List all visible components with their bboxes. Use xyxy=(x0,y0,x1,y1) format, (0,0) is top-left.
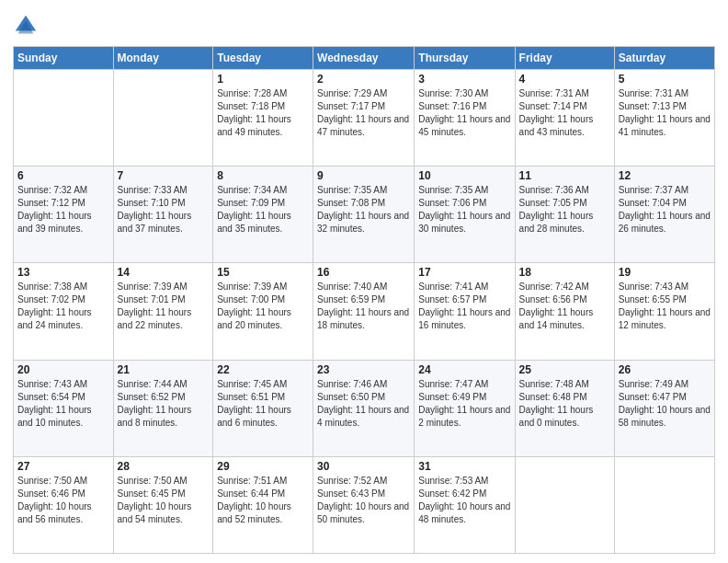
day-info: Sunrise: 7:52 AMSunset: 6:43 PMDaylight:… xyxy=(317,475,410,526)
logo-icon xyxy=(13,13,39,39)
day-number: 1 xyxy=(217,73,309,86)
calendar-cell: 12Sunrise: 7:37 AMSunset: 7:04 PMDayligh… xyxy=(614,167,714,263)
day-info: Sunrise: 7:28 AMSunset: 7:18 PMDaylight:… xyxy=(217,87,309,139)
day-info: Sunrise: 7:53 AMSunset: 6:42 PMDaylight:… xyxy=(418,475,510,526)
day-number: 16 xyxy=(317,266,410,279)
day-number: 5 xyxy=(619,73,711,86)
day-info: Sunrise: 7:44 AMSunset: 6:52 PMDaylight:… xyxy=(118,378,210,430)
calendar-cell xyxy=(113,70,213,167)
day-number: 29 xyxy=(217,460,309,473)
day-number: 27 xyxy=(17,460,109,473)
calendar-cell: 23Sunrise: 7:46 AMSunset: 6:50 PMDayligh… xyxy=(313,360,415,456)
day-number: 22 xyxy=(217,363,309,376)
day-info: Sunrise: 7:39 AMSunset: 7:00 PMDaylight:… xyxy=(217,281,309,332)
day-number: 26 xyxy=(619,363,711,376)
calendar-cell: 29Sunrise: 7:51 AMSunset: 6:44 PMDayligh… xyxy=(213,456,313,553)
day-info: Sunrise: 7:37 AMSunset: 7:04 PMDaylight:… xyxy=(619,184,711,236)
calendar-cell: 10Sunrise: 7:35 AMSunset: 7:06 PMDayligh… xyxy=(415,167,515,263)
calendar-cell: 4Sunrise: 7:31 AMSunset: 7:14 PMDaylight… xyxy=(515,70,614,167)
calendar-cell: 24Sunrise: 7:47 AMSunset: 6:49 PMDayligh… xyxy=(415,360,515,456)
day-number: 7 xyxy=(118,169,210,182)
day-info: Sunrise: 7:43 AMSunset: 6:55 PMDaylight:… xyxy=(619,281,711,332)
calendar-cell: 3Sunrise: 7:30 AMSunset: 7:16 PMDaylight… xyxy=(415,70,515,167)
calendar-cell: 15Sunrise: 7:39 AMSunset: 7:00 PMDayligh… xyxy=(213,263,313,360)
calendar-cell: 22Sunrise: 7:45 AMSunset: 6:51 PMDayligh… xyxy=(213,360,313,456)
day-info: Sunrise: 7:49 AMSunset: 6:47 PMDaylight:… xyxy=(619,378,711,430)
page: SundayMondayTuesdayWednesdayThursdayFrid… xyxy=(0,0,728,563)
calendar-cell: 9Sunrise: 7:35 AMSunset: 7:08 PMDaylight… xyxy=(313,167,415,263)
day-info: Sunrise: 7:43 AMSunset: 6:54 PMDaylight:… xyxy=(17,378,109,430)
day-info: Sunrise: 7:31 AMSunset: 7:13 PMDaylight:… xyxy=(619,87,711,139)
day-info: Sunrise: 7:46 AMSunset: 6:50 PMDaylight:… xyxy=(317,378,410,430)
day-number: 8 xyxy=(217,169,309,182)
calendar-week-row: 1Sunrise: 7:28 AMSunset: 7:18 PMDaylight… xyxy=(14,70,715,167)
day-number: 3 xyxy=(418,73,510,86)
day-number: 13 xyxy=(17,266,109,279)
calendar-week-row: 6Sunrise: 7:32 AMSunset: 7:12 PMDaylight… xyxy=(14,167,715,263)
day-number: 25 xyxy=(519,363,610,376)
day-info: Sunrise: 7:39 AMSunset: 7:01 PMDaylight:… xyxy=(118,281,210,332)
day-info: Sunrise: 7:36 AMSunset: 7:05 PMDaylight:… xyxy=(519,184,610,236)
day-of-week-header: Friday xyxy=(515,47,614,70)
day-info: Sunrise: 7:48 AMSunset: 6:48 PMDaylight:… xyxy=(519,378,610,430)
day-info: Sunrise: 7:50 AMSunset: 6:46 PMDaylight:… xyxy=(17,475,109,526)
logo xyxy=(13,13,40,39)
day-info: Sunrise: 7:34 AMSunset: 7:09 PMDaylight:… xyxy=(217,184,309,236)
day-info: Sunrise: 7:31 AMSunset: 7:14 PMDaylight:… xyxy=(519,87,610,139)
calendar-cell: 30Sunrise: 7:52 AMSunset: 6:43 PMDayligh… xyxy=(313,456,415,553)
day-of-week-header: Sunday xyxy=(14,47,114,70)
day-number: 17 xyxy=(418,266,510,279)
calendar-cell: 19Sunrise: 7:43 AMSunset: 6:55 PMDayligh… xyxy=(614,263,714,360)
calendar-cell: 31Sunrise: 7:53 AMSunset: 6:42 PMDayligh… xyxy=(415,456,515,553)
day-number: 11 xyxy=(519,169,610,182)
day-number: 18 xyxy=(519,266,610,279)
day-info: Sunrise: 7:41 AMSunset: 6:57 PMDaylight:… xyxy=(418,281,510,332)
day-info: Sunrise: 7:33 AMSunset: 7:10 PMDaylight:… xyxy=(118,184,210,236)
day-number: 21 xyxy=(118,363,210,376)
day-info: Sunrise: 7:40 AMSunset: 6:59 PMDaylight:… xyxy=(317,281,410,332)
calendar-cell: 21Sunrise: 7:44 AMSunset: 6:52 PMDayligh… xyxy=(113,360,213,456)
day-of-week-header: Wednesday xyxy=(313,47,415,70)
day-of-week-header: Thursday xyxy=(415,47,515,70)
day-number: 14 xyxy=(118,266,210,279)
day-number: 15 xyxy=(217,266,309,279)
day-info: Sunrise: 7:42 AMSunset: 6:56 PMDaylight:… xyxy=(519,281,610,332)
day-number: 20 xyxy=(17,363,109,376)
calendar-cell: 25Sunrise: 7:48 AMSunset: 6:48 PMDayligh… xyxy=(515,360,614,456)
day-number: 4 xyxy=(519,73,610,86)
day-number: 12 xyxy=(619,169,711,182)
day-number: 30 xyxy=(317,460,410,473)
calendar-cell: 1Sunrise: 7:28 AMSunset: 7:18 PMDaylight… xyxy=(213,70,313,167)
calendar-cell: 14Sunrise: 7:39 AMSunset: 7:01 PMDayligh… xyxy=(113,263,213,360)
calendar-week-row: 27Sunrise: 7:50 AMSunset: 6:46 PMDayligh… xyxy=(14,456,715,553)
calendar-cell: 27Sunrise: 7:50 AMSunset: 6:46 PMDayligh… xyxy=(14,456,114,553)
day-info: Sunrise: 7:50 AMSunset: 6:45 PMDaylight:… xyxy=(118,475,210,526)
day-number: 23 xyxy=(317,363,410,376)
calendar-cell xyxy=(614,456,714,553)
calendar-cell xyxy=(14,70,114,167)
day-info: Sunrise: 7:35 AMSunset: 7:06 PMDaylight:… xyxy=(418,184,510,236)
calendar-cell: 26Sunrise: 7:49 AMSunset: 6:47 PMDayligh… xyxy=(614,360,714,456)
calendar-cell: 16Sunrise: 7:40 AMSunset: 6:59 PMDayligh… xyxy=(313,263,415,360)
day-info: Sunrise: 7:51 AMSunset: 6:44 PMDaylight:… xyxy=(217,475,309,526)
day-info: Sunrise: 7:30 AMSunset: 7:16 PMDaylight:… xyxy=(418,87,510,139)
calendar-cell xyxy=(515,456,614,553)
day-number: 6 xyxy=(17,169,109,182)
day-number: 10 xyxy=(418,169,510,182)
day-number: 24 xyxy=(418,363,510,376)
calendar-cell: 11Sunrise: 7:36 AMSunset: 7:05 PMDayligh… xyxy=(515,167,614,263)
calendar-cell: 18Sunrise: 7:42 AMSunset: 6:56 PMDayligh… xyxy=(515,263,614,360)
day-number: 9 xyxy=(317,169,410,182)
day-info: Sunrise: 7:29 AMSunset: 7:17 PMDaylight:… xyxy=(317,87,410,139)
calendar-cell: 20Sunrise: 7:43 AMSunset: 6:54 PMDayligh… xyxy=(14,360,114,456)
header xyxy=(13,9,715,39)
day-number: 19 xyxy=(619,266,711,279)
calendar-header-row: SundayMondayTuesdayWednesdayThursdayFrid… xyxy=(14,47,715,70)
calendar-cell: 6Sunrise: 7:32 AMSunset: 7:12 PMDaylight… xyxy=(14,167,114,263)
day-of-week-header: Saturday xyxy=(614,47,714,70)
calendar-cell: 5Sunrise: 7:31 AMSunset: 7:13 PMDaylight… xyxy=(614,70,714,167)
calendar-cell: 2Sunrise: 7:29 AMSunset: 7:17 PMDaylight… xyxy=(313,70,415,167)
day-number: 28 xyxy=(118,460,210,473)
calendar-cell: 13Sunrise: 7:38 AMSunset: 7:02 PMDayligh… xyxy=(14,263,114,360)
day-info: Sunrise: 7:35 AMSunset: 7:08 PMDaylight:… xyxy=(317,184,410,236)
